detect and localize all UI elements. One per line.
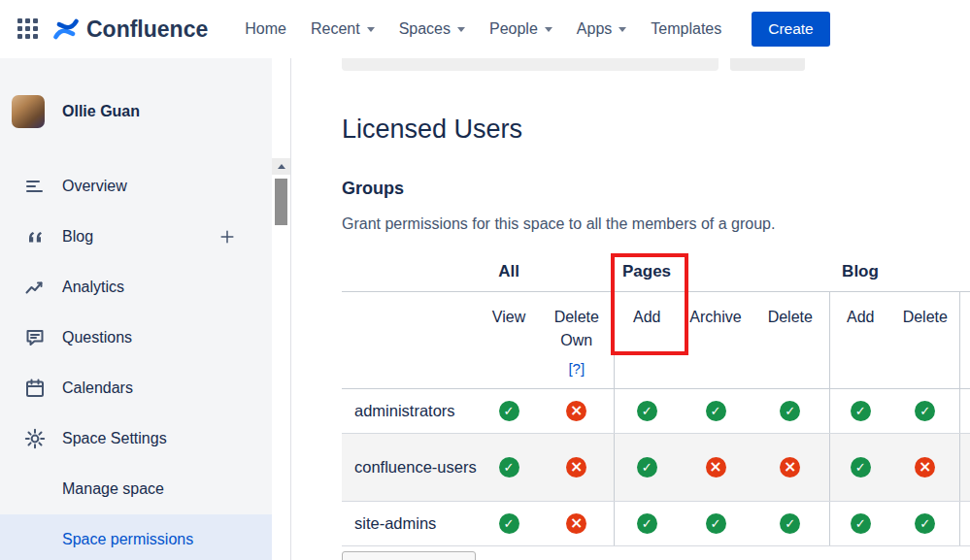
nav-item-recent[interactable]: Recent	[311, 20, 375, 38]
truncated-button-top[interactable]	[730, 58, 805, 71]
nav-item-people[interactable]: People	[489, 20, 552, 38]
table-row: administrators	[342, 388, 970, 433]
create-button[interactable]: Create	[752, 12, 830, 47]
help-link[interactable]: [?]	[540, 357, 614, 379]
permission-icon	[706, 401, 726, 421]
chevron-down-icon	[457, 27, 465, 32]
permission-icon	[915, 513, 935, 534]
calendar-icon	[23, 377, 47, 400]
truncated-panel-top	[342, 58, 719, 71]
scroll-up-button[interactable]	[272, 158, 290, 175]
gear-icon	[23, 427, 47, 450]
truncated-button-bottom[interactable]	[342, 551, 476, 560]
col-header-delete-own: Delete Own [?]	[540, 291, 614, 388]
col-header-blog-add: Add	[829, 291, 891, 388]
column-group-header-row: All Pages Blog	[342, 252, 970, 291]
sidebar-item-analytics[interactable]: Analytics	[0, 262, 272, 313]
analytics-chart-icon	[23, 276, 47, 299]
group-header-all: All	[478, 252, 540, 291]
permissions-table: All Pages Blog View Delete Own [?] Add A…	[342, 252, 970, 546]
col-header-pages-archive: Archive	[680, 291, 752, 388]
permission-icon	[780, 401, 800, 421]
sidebar-item-questions[interactable]: Questions	[0, 313, 272, 363]
sidebar-menu: Overview Blog Analytics Quest	[0, 161, 272, 560]
groups-heading: Groups	[342, 179, 404, 199]
scrollbar-thumb[interactable]	[275, 179, 287, 225]
column-header-row: View Delete Own [?] Add Archive Delete A…	[342, 291, 970, 388]
top-nav: Confluence Home Recent Spaces People App…	[0, 0, 970, 58]
permission-icon	[499, 513, 519, 534]
permission-icon	[637, 513, 657, 534]
nav-item-apps[interactable]: Apps	[577, 20, 626, 38]
table-row: site-admins	[342, 501, 970, 545]
sidebar-item-space-permissions[interactable]: Space permissions	[0, 514, 272, 560]
sidebar-item-manage-space[interactable]: Manage space	[0, 464, 272, 514]
groups-description: Grant permissions for this space to all …	[342, 215, 775, 233]
sidebar-item-calendars[interactable]: Calendars	[0, 363, 272, 413]
permission-icon	[566, 513, 586, 534]
confluence-logo[interactable]: Confluence	[51, 15, 208, 44]
permission-icon	[499, 457, 519, 478]
group-name-cell: site-admins	[342, 501, 478, 545]
col-header-view: View	[478, 291, 540, 388]
permission-icon	[706, 457, 726, 478]
permission-icon	[915, 457, 935, 478]
permission-icon	[637, 401, 657, 421]
sidebar-item-space-settings[interactable]: Space Settings	[0, 413, 272, 464]
primary-nav: Home Recent Spaces People Apps Templates	[245, 20, 721, 38]
chevron-down-icon	[367, 27, 375, 32]
nav-item-home[interactable]: Home	[245, 20, 286, 38]
sidebar-item-blog[interactable]: Blog	[0, 212, 272, 262]
sidebar-divider	[290, 58, 291, 560]
permission-icon	[915, 401, 935, 421]
space-user-card: Ollie Guan	[0, 58, 272, 128]
table-row: confluence-users	[342, 433, 970, 501]
permission-icon	[637, 457, 657, 478]
speech-bubble-icon	[23, 326, 47, 349]
col-header-pages-delete: Delete	[752, 291, 829, 388]
chevron-down-icon	[619, 27, 626, 32]
permission-icon	[566, 401, 586, 421]
col-header-blog-delete: Delete	[891, 291, 959, 388]
nav-item-spaces[interactable]: Spaces	[399, 20, 465, 38]
sidebar-item-overview[interactable]: Overview	[0, 161, 272, 212]
user-name: Ollie Guan	[62, 103, 140, 120]
permission-icon	[851, 401, 871, 421]
blog-quote-icon	[23, 225, 47, 248]
nav-item-templates[interactable]: Templates	[651, 20, 721, 38]
group-name-cell: administrators	[342, 388, 478, 433]
permission-icon	[706, 513, 726, 534]
overview-icon	[23, 175, 47, 198]
group-header-pages: Pages	[614, 252, 680, 291]
main-content: Licensed Users Groups Grant permissions …	[291, 58, 970, 560]
permission-icon	[780, 513, 800, 534]
sidebar-scrollbar-track[interactable]	[272, 58, 290, 560]
group-name-cell: confluence-users	[342, 433, 478, 501]
permission-icon	[499, 401, 519, 421]
permission-icon	[780, 457, 800, 478]
page-title: Licensed Users	[342, 115, 522, 145]
confluence-logo-icon	[51, 15, 81, 44]
col-header-pages-add: Add	[614, 291, 680, 388]
group-header-blog: Blog	[829, 252, 891, 291]
app-switcher-icon[interactable]	[17, 18, 39, 40]
confluence-logo-text: Confluence	[86, 16, 208, 43]
add-blog-post-icon[interactable]	[217, 227, 237, 247]
permission-icon	[566, 457, 586, 478]
chevron-down-icon	[545, 27, 552, 32]
avatar[interactable]	[12, 95, 45, 128]
permission-icon	[851, 513, 871, 534]
permission-icon	[851, 457, 871, 478]
sidebar: Ollie Guan Overview Blog Ana	[0, 58, 272, 560]
